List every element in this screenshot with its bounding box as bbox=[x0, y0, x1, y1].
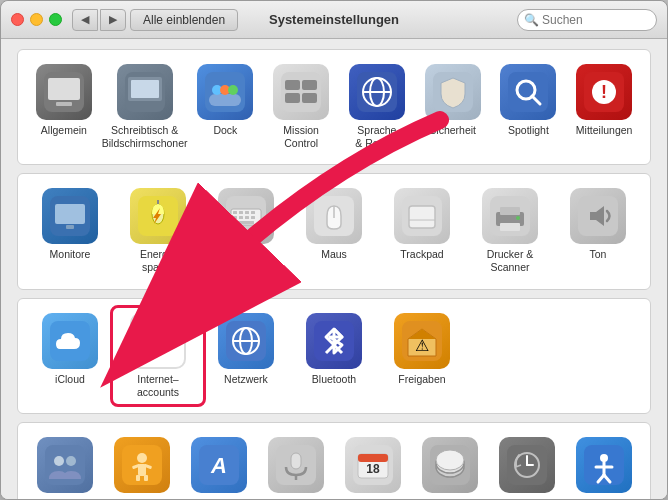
minimize-button[interactable] bbox=[30, 13, 43, 26]
svg-rect-43 bbox=[238, 221, 254, 224]
svg-rect-5 bbox=[131, 80, 159, 98]
icon-appstore: A bbox=[191, 437, 247, 493]
app-item-trackpad[interactable]: Trackpad bbox=[378, 184, 466, 265]
app-item-schreibtisch[interactable]: Schreibtisch & Bildschirmschoner bbox=[102, 60, 188, 154]
svg-rect-7 bbox=[209, 94, 241, 106]
app-item-appstore[interactable]: A App Store bbox=[180, 433, 257, 499]
app-item-bluetooth[interactable]: Bluetooth bbox=[290, 309, 378, 390]
app-label-spotlight: Spotlight bbox=[508, 124, 549, 137]
app-label-benutzer: Benutzer & Gruppen bbox=[39, 497, 91, 499]
icon-sprache bbox=[349, 64, 405, 120]
maximize-button[interactable] bbox=[49, 13, 62, 26]
icon-datum: 18 bbox=[345, 437, 401, 493]
app-label-mitteilungen: Mitteilungen bbox=[576, 124, 633, 137]
app-label-sprache: Sprache & Region bbox=[355, 124, 398, 150]
svg-rect-47 bbox=[409, 206, 435, 228]
app-label-allgemein: Allgemein bbox=[41, 124, 87, 137]
app-item-energie[interactable]: Energie sparen bbox=[114, 184, 202, 278]
icon-timemachine bbox=[499, 437, 555, 493]
icon-maus bbox=[306, 188, 362, 244]
icon-bedienungshilfen bbox=[576, 437, 632, 493]
section-internet: iCloud @ Internet– accounts bbox=[17, 298, 651, 414]
app-item-benutzer[interactable]: Benutzer & Gruppen bbox=[26, 433, 103, 499]
icon-energie bbox=[130, 188, 186, 244]
svg-rect-42 bbox=[251, 216, 255, 219]
svg-rect-29 bbox=[66, 225, 74, 229]
app-item-maus[interactable]: Maus bbox=[290, 184, 378, 265]
svg-rect-81 bbox=[291, 453, 301, 469]
app-item-drucker[interactable]: Drucker & Scanner bbox=[466, 184, 554, 278]
app-item-kinder[interactable]: Kinder– sicherung bbox=[103, 433, 180, 499]
app-label-datum: Datum & Uhrzeit bbox=[352, 497, 393, 499]
svg-rect-35 bbox=[233, 211, 237, 214]
svg-point-69 bbox=[54, 456, 64, 466]
search-box: 🔍 bbox=[517, 9, 657, 31]
svg-rect-51 bbox=[500, 207, 520, 215]
icon-freigaben: ⚠ bbox=[394, 313, 450, 369]
app-label-maus: Maus bbox=[321, 248, 347, 261]
svg-rect-13 bbox=[302, 80, 317, 90]
app-label-bedienungshilfen: Bedienungs– hilfen bbox=[573, 497, 634, 499]
icon-drucker bbox=[482, 188, 538, 244]
search-icon: 🔍 bbox=[524, 13, 539, 27]
forward-button[interactable]: ▶ bbox=[100, 9, 126, 31]
app-item-dock[interactable]: Dock bbox=[188, 60, 264, 141]
app-label-tastatur: Tastatur bbox=[227, 248, 264, 261]
app-item-tastatur[interactable]: Tastatur bbox=[202, 184, 290, 265]
svg-rect-28 bbox=[55, 204, 85, 224]
app-label-freigaben: Freigaben bbox=[398, 373, 445, 386]
app-label-schreibtisch: Schreibtisch & Bildschirmschoner bbox=[102, 124, 188, 150]
app-label-monitore: Monitore bbox=[50, 248, 91, 261]
app-item-freigaben[interactable]: ⚠ Freigaben bbox=[378, 309, 466, 390]
svg-rect-38 bbox=[251, 211, 255, 214]
icon-ton bbox=[570, 188, 626, 244]
app-item-mitteilungen[interactable]: ! Mitteilungen bbox=[566, 60, 642, 141]
app-item-monitore[interactable]: Monitore bbox=[26, 184, 114, 265]
svg-point-72 bbox=[137, 453, 147, 463]
app-label-timemachine: Time Machine bbox=[507, 497, 547, 499]
icon-benutzer bbox=[37, 437, 93, 493]
app-item-internet[interactable]: @ Internet– accounts bbox=[114, 309, 202, 403]
icon-allgemein bbox=[36, 64, 92, 120]
traffic-lights bbox=[11, 13, 62, 26]
app-label-trackpad: Trackpad bbox=[400, 248, 443, 261]
app-item-icloud[interactable]: iCloud bbox=[26, 309, 114, 390]
back-button[interactable]: ◀ bbox=[72, 9, 98, 31]
app-item-sprache[interactable]: Sprache & Region bbox=[339, 60, 415, 154]
app-item-diktat[interactable]: Diktat & Sprache bbox=[257, 433, 334, 499]
app-item-startvolume[interactable]: Startvolume bbox=[411, 433, 488, 499]
svg-point-70 bbox=[66, 456, 76, 466]
app-item-sicherheit[interactable]: Sicherheit bbox=[415, 60, 491, 141]
svg-point-53 bbox=[516, 216, 520, 220]
content-area: Allgemein Schreibtisch & Bildschirmschon… bbox=[1, 39, 667, 499]
app-label-drucker: Drucker & Scanner bbox=[487, 248, 534, 274]
icon-trackpad bbox=[394, 188, 450, 244]
close-button[interactable] bbox=[11, 13, 24, 26]
svg-rect-12 bbox=[285, 80, 300, 90]
nav-buttons: ◀ ▶ bbox=[72, 9, 126, 31]
app-item-allgemein[interactable]: Allgemein bbox=[26, 60, 102, 141]
app-item-spotlight[interactable]: Spotlight bbox=[491, 60, 567, 141]
app-label-mission: Mission Control bbox=[283, 124, 319, 150]
app-item-bedienungshilfen[interactable]: Bedienungs– hilfen bbox=[565, 433, 642, 499]
app-item-datum[interactable]: 18 Datum & Uhrzeit bbox=[334, 433, 411, 499]
app-item-timemachine[interactable]: Time Machine bbox=[488, 433, 565, 499]
icon-mission bbox=[273, 64, 329, 120]
svg-text:@: @ bbox=[145, 325, 170, 355]
app-item-ton[interactable]: Ton bbox=[554, 184, 642, 265]
svg-rect-11 bbox=[281, 72, 321, 112]
app-label-icloud: iCloud bbox=[55, 373, 85, 386]
app-item-mission[interactable]: Mission Control bbox=[263, 60, 339, 154]
section-personal: Allgemein Schreibtisch & Bildschirmschon… bbox=[17, 49, 651, 165]
section-row-2: Monitore Energie sparen Tast bbox=[26, 184, 642, 278]
titlebar: ◀ ▶ Alle einblenden Systemeinstellungen … bbox=[1, 1, 667, 39]
app-item-netzwerk[interactable]: Netzwerk bbox=[202, 309, 290, 390]
app-label-netzwerk: Netzwerk bbox=[224, 373, 268, 386]
show-all-button[interactable]: Alle einblenden bbox=[130, 9, 238, 31]
svg-rect-85 bbox=[358, 454, 388, 462]
svg-text:18: 18 bbox=[366, 462, 380, 476]
icon-dock bbox=[197, 64, 253, 120]
app-label-energie: Energie sparen bbox=[140, 248, 176, 274]
svg-rect-15 bbox=[302, 93, 317, 103]
icon-tastatur bbox=[218, 188, 274, 244]
